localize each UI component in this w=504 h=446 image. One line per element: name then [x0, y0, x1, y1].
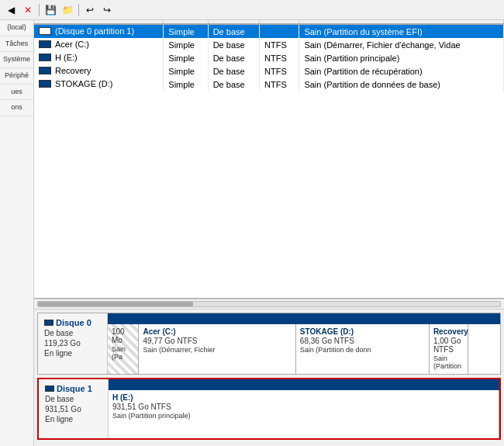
table-row[interactable]: STOKAGE (D:)SimpleDe baseNTFSSain (Parti…	[34, 78, 504, 91]
partition-size: 68,36 Go NTFS	[300, 337, 425, 345]
disk-partitions: 100 MoSain (PaAcer (C:)49,77 Go NTFSSain…	[108, 313, 500, 374]
table-header-row	[34, 20, 504, 24]
cell-volume: STOKAGE (D:)	[34, 78, 164, 91]
partition-status: Sain (Partition de donn	[300, 346, 425, 354]
disk-view: Disque 0De base119,23 GoEn ligne100 MoSa…	[34, 309, 504, 446]
content-area: (Disque 0 partition 1)SimpleDe baseSain …	[34, 20, 504, 446]
col-header-volume[interactable]	[34, 20, 164, 24]
partition-block[interactable]: H (E:)931,51 Go NTFSSain (Partition prin…	[109, 390, 499, 438]
cell-type: De base	[208, 78, 259, 91]
cell-disposition: Simple	[164, 38, 208, 51]
partition-block[interactable]: 100 MoSain (Pa	[108, 324, 139, 374]
partition-status: Sain (Partition	[433, 354, 464, 370]
partition-status: Sain (Démarrer, Fichier	[143, 346, 291, 354]
disk-parts-row: H (E:)931,51 Go NTFSSain (Partition prin…	[109, 390, 499, 438]
cell-status: Sain (Partition de données de base)	[299, 78, 504, 91]
disk-top-bar	[108, 313, 500, 324]
col-header-type[interactable]	[208, 20, 259, 24]
disk-status: En ligne	[45, 415, 102, 424]
cell-type: De base	[208, 24, 259, 38]
col-header-status[interactable]	[299, 20, 504, 24]
cell-type: De base	[208, 38, 259, 51]
disk-parts-row: 100 MoSain (PaAcer (C:)49,77 Go NTFSSain…	[108, 324, 500, 374]
disk-bar-icon	[44, 320, 54, 326]
sidebar-item-systeme[interactable]: Système	[0, 52, 33, 68]
disk-name-label: Disque 1	[57, 384, 92, 393]
partition-block[interactable]: STOKAGE (D:)68,36 Go NTFSSain (Partition…	[296, 324, 430, 374]
cell-disposition: Simple	[164, 51, 208, 64]
toolbar: ◀ ✕ 💾 📁 ↩ ↪	[0, 0, 504, 20]
cell-volume: Acer (C:)	[34, 38, 164, 51]
close-button[interactable]: ✕	[20, 2, 36, 18]
toolbar-separator-2	[78, 4, 79, 16]
cell-volume: (Disque 0 partition 1)	[34, 24, 164, 38]
cell-filesystem: NTFS	[260, 38, 299, 51]
cell-volume: Recovery	[34, 64, 164, 78]
sidebar-item-local[interactable]: (local)	[0, 20, 33, 36]
toolbar-separator-1	[39, 4, 40, 16]
partition-size: 49,77 Go NTFS	[143, 337, 291, 345]
disk-label: Disque 0De base119,23 GoEn ligne	[38, 313, 108, 374]
back-button[interactable]: ◀	[3, 2, 19, 18]
table-row[interactable]: Acer (C:)SimpleDe baseNTFSSain (Démarrer…	[34, 38, 504, 51]
cell-disposition: Simple	[164, 78, 208, 91]
sidebar-item-taches[interactable]: Tâches	[0, 36, 33, 53]
disk-type: De base	[44, 329, 101, 337]
sidebar-item-ues[interactable]: ues	[0, 85, 33, 101]
disk-type: De base	[45, 395, 102, 403]
cell-status: Sain (Partition du système EFI)	[299, 24, 504, 38]
col-header-disposition[interactable]	[164, 20, 208, 24]
partition-block[interactable]: Acer (C:)49,77 Go NTFSSain (Démarrer, Fi…	[139, 324, 295, 374]
partition-size: 100 Mo	[112, 327, 134, 344]
sidebar-item-ons[interactable]: ons	[0, 100, 33, 116]
cell-disposition: Simple	[164, 64, 208, 78]
cell-filesystem: NTFS	[260, 51, 299, 64]
partition-name: Recovery	[433, 327, 464, 336]
sidebar: (local) Tâches Système Périphé ues ons	[0, 20, 34, 446]
partition-status: Sain (Partition principale)	[112, 412, 495, 420]
disk-table: (Disque 0 partition 1)SimpleDe baseSain …	[34, 20, 504, 91]
main-layout: (local) Tâches Système Périphé ues ons	[0, 20, 504, 446]
cell-status: Sain (Démarrer, Fichier d'échange, Vidae	[299, 38, 504, 51]
partition-status: Sain (Pa	[112, 345, 134, 361]
disk-name-label: Disque 0	[56, 318, 91, 327]
scrollbar-track[interactable]	[37, 301, 501, 307]
horizontal-scrollbar[interactable]	[34, 299, 504, 309]
disk-status: En ligne	[44, 349, 101, 358]
partition-block[interactable]: Recovery1,00 Go NTFSSain (Partition	[430, 324, 469, 374]
partition-size: 931,51 Go NTFS	[112, 403, 495, 411]
disk-top-bar	[109, 379, 499, 390]
table-row[interactable]: H (E:)SimpleDe baseNTFSSain (Partition p…	[34, 51, 504, 64]
disk-bar-icon	[45, 385, 54, 392]
col-header-filesystem[interactable]	[260, 20, 299, 24]
disk-label: Disque 1De base931,51 GoEn ligne	[39, 379, 109, 438]
disk-table-container[interactable]: (Disque 0 partition 1)SimpleDe baseSain …	[34, 20, 504, 299]
table-body: (Disque 0 partition 1)SimpleDe baseSain …	[34, 24, 504, 91]
sidebar-item-periphe[interactable]: Périphé	[0, 68, 33, 85]
partition-size: 1,00 Go NTFS	[433, 337, 464, 354]
table-row[interactable]: RecoverySimpleDe baseNTFSSain (Partition…	[34, 64, 504, 78]
scrollbar-thumb[interactable]	[38, 302, 193, 306]
cell-volume: H (E:)	[34, 51, 164, 64]
disk-size: 931,51 Go	[45, 405, 102, 413]
partition-name: Acer (C:)	[143, 327, 291, 336]
cell-status: Sain (Partition principale)	[299, 51, 504, 64]
disk-partitions: H (E:)931,51 Go NTFSSain (Partition prin…	[109, 379, 499, 438]
table-row[interactable]: (Disque 0 partition 1)SimpleDe baseSain …	[34, 24, 504, 38]
undo-button[interactable]: ↩	[82, 2, 98, 18]
cell-type: De base	[208, 51, 259, 64]
disk-size: 119,23 Go	[44, 339, 101, 347]
partition-name: STOKAGE (D:)	[300, 327, 425, 336]
cell-status: Sain (Partition de récupération)	[299, 64, 504, 78]
save-button[interactable]: 💾	[43, 2, 58, 18]
cell-type: De base	[208, 64, 259, 78]
cell-disposition: Simple	[164, 24, 208, 38]
partition-name: H (E:)	[112, 393, 495, 402]
cell-filesystem	[260, 24, 299, 38]
redo-button[interactable]: ↪	[99, 2, 115, 18]
disk-row[interactable]: Disque 0De base119,23 GoEn ligne100 MoSa…	[37, 313, 501, 375]
disk-row[interactable]: Disque 1De base931,51 GoEn ligneH (E:)93…	[37, 378, 501, 440]
cell-filesystem: NTFS	[260, 78, 299, 91]
cell-filesystem: NTFS	[260, 64, 299, 78]
folder-button[interactable]: 📁	[60, 2, 75, 18]
